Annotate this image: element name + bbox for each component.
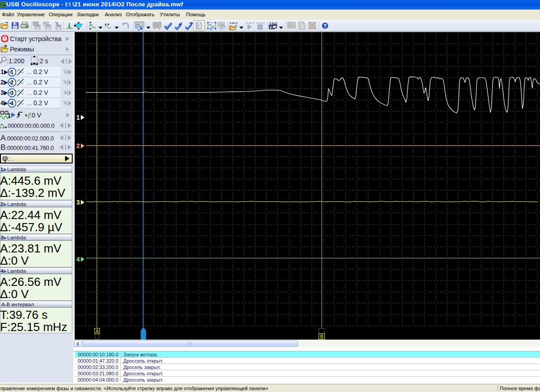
svg-text:B: B (320, 334, 323, 339)
svg-text:A:B+C: A:B+C (246, 22, 255, 24)
svg-text:A:B+C: A:B+C (256, 22, 265, 24)
svg-text:3: 3 (10, 90, 14, 96)
svg-text:3: 3 (76, 199, 80, 206)
svg-text:4: 4 (76, 256, 80, 263)
svg-text:2: 2 (76, 142, 80, 149)
svg-text:A:B+C: A:B+C (269, 22, 278, 24)
svg-text:A: A (95, 329, 98, 334)
svg-text:A:B+C: A:B+C (229, 22, 238, 24)
svg-text:1: 1 (76, 114, 80, 121)
svg-text:1: 1 (10, 69, 14, 75)
svg-text:4: 4 (10, 100, 14, 107)
svg-text:2: 2 (10, 79, 14, 86)
svg-text:?: ? (323, 23, 326, 29)
